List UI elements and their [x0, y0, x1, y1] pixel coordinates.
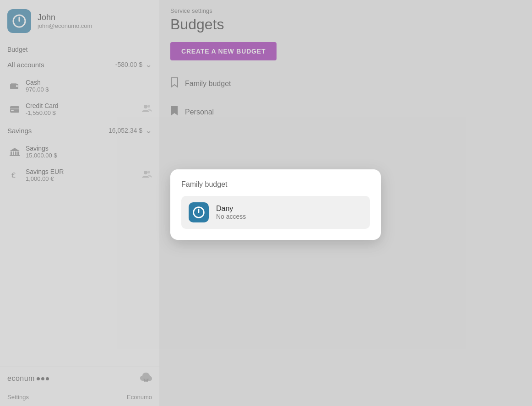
modal-user-name: Dany: [216, 205, 246, 213]
modal-user-info: Dany No access: [216, 205, 246, 220]
modal-title: Family budget: [181, 180, 370, 189]
modal-user-avatar: [189, 202, 209, 222]
modal-user-access: No access: [216, 213, 246, 220]
modal-container: Family budget Dany No access: [159, 169, 392, 240]
modal: Family budget Dany No access: [170, 169, 381, 240]
modal-user-item[interactable]: Dany No access: [181, 196, 370, 229]
